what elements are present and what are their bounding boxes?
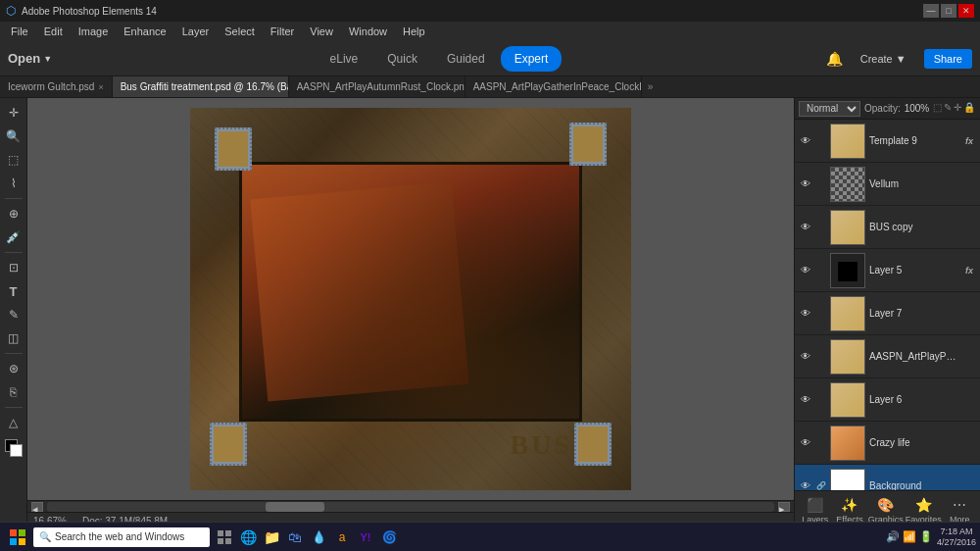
menu-item-file[interactable]: File <box>4 24 35 39</box>
background-color[interactable] <box>10 444 23 457</box>
lock-paint-icon[interactable]: ✎ <box>944 102 952 116</box>
layer-eye-5[interactable]: 👁 <box>799 350 812 364</box>
start-button[interactable] <box>4 526 31 548</box>
close-button[interactable]: ✕ <box>958 4 974 18</box>
layer-row-4[interactable]: 👁Layer 7 <box>795 292 980 335</box>
shape-tool[interactable]: △ <box>3 412 24 433</box>
bottom-tab-icon-4: ⋯ <box>953 497 966 513</box>
layer-row-3[interactable]: 👁Layer 5fx <box>795 249 980 292</box>
layer-link-2 <box>816 223 826 232</box>
menu-item-window[interactable]: Window <box>342 24 394 39</box>
taskbar-search-box[interactable]: 🔍 Search the web and Windows <box>33 527 210 547</box>
layer-fx-badge-0[interactable]: fx <box>962 134 976 148</box>
edge-browser-icon[interactable]: 🌐 <box>237 526 259 548</box>
eye-dropper-tool[interactable]: 💉 <box>3 226 24 248</box>
document-tab-2[interactable]: AASPN_ArtPlayAutumnRust_Clock.png× <box>289 76 466 97</box>
tool-separator-1 <box>5 198 23 199</box>
document-tab-1[interactable]: Bus Graffiti treatment.psd @ 16.7% (Back… <box>113 76 289 97</box>
layer-eye-4[interactable]: 👁 <box>799 307 812 321</box>
layer-eye-0[interactable]: 👁 <box>799 134 812 148</box>
right-panel: Normal Multiply Screen Overlay Opacity: … <box>794 98 980 529</box>
svg-rect-7 <box>225 538 231 544</box>
canvas-container[interactable]: BUS <box>27 98 794 500</box>
notification-icon[interactable]: 🔔 <box>826 51 843 67</box>
brush-tool[interactable]: ✎ <box>3 304 24 326</box>
layer-row-1[interactable]: 👁Vellum <box>795 163 980 206</box>
layer-row-2[interactable]: 👁BUS copy <box>795 206 980 249</box>
layer-fx-badge-3[interactable]: fx <box>962 264 976 277</box>
marquee-tool[interactable]: ⬚ <box>3 149 24 171</box>
menu-item-edit[interactable]: Edit <box>37 24 70 39</box>
layer-eye-7[interactable]: 👁 <box>799 436 812 450</box>
type-tool[interactable]: T <box>3 280 24 302</box>
minimize-button[interactable]: — <box>923 4 939 18</box>
open-button[interactable]: Open ▼ <box>8 51 52 66</box>
task-view-button[interactable] <box>214 526 235 548</box>
lock-all-icon[interactable]: 🔒 <box>963 102 975 116</box>
window-controls[interactable]: — □ ✕ <box>923 4 974 18</box>
layer-info-3: Layer 5 <box>869 265 958 276</box>
menu-item-enhance[interactable]: Enhance <box>117 24 172 39</box>
title-bar: ⬡ Adobe Photoshop Elements 14 — □ ✕ <box>0 0 980 22</box>
scroll-left-btn[interactable]: ◂ <box>31 502 43 512</box>
layer-eye-2[interactable]: 👁 <box>799 221 812 234</box>
maximize-button[interactable]: □ <box>941 4 956 18</box>
menu-item-filter[interactable]: Filter <box>264 24 301 39</box>
svg-rect-6 <box>218 538 223 544</box>
mode-tab-quick[interactable]: Quick <box>373 46 431 72</box>
lasso-tool[interactable]: ⌇ <box>3 173 24 194</box>
store-icon[interactable]: 🛍 <box>284 526 306 548</box>
layer-info-5: AASPN_ArtPlayPal... <box>869 351 958 362</box>
menu-bar: FileEditImageEnhanceLayerSelectFilterVie… <box>0 22 980 41</box>
lock-icons: ⬚ ✎ ✛ 🔒 🗑 <box>933 102 980 116</box>
layer-row-5[interactable]: 👁AASPN_ArtPlayPal... <box>795 335 980 378</box>
explorer-icon[interactable]: 📁 <box>261 526 282 548</box>
layer-row-7[interactable]: 👁Crazy life <box>795 422 980 465</box>
share-button[interactable]: Share <box>924 49 972 69</box>
horizontal-scrollbar[interactable] <box>47 502 774 512</box>
menu-item-view[interactable]: View <box>303 24 340 39</box>
mode-tab-elive[interactable]: eLive <box>317 46 372 72</box>
create-button[interactable]: Create ▼ <box>851 49 916 69</box>
crop-tool[interactable]: ⊡ <box>3 257 24 278</box>
menu-item-image[interactable]: Image <box>72 24 116 39</box>
layer-eye-1[interactable]: 👁 <box>799 177 812 191</box>
eraser-tool[interactable]: ◫ <box>3 327 24 349</box>
lock-move-icon[interactable]: ✛ <box>954 102 961 116</box>
layer-info-1: Vellum <box>869 178 958 189</box>
layers-options-bar: Normal Multiply Screen Overlay Opacity: … <box>795 98 980 120</box>
dropbox-icon[interactable]: 💧 <box>308 526 329 548</box>
layer-fx-badge-1 <box>962 177 976 191</box>
document-tab-3[interactable]: AASPN_ArtPlayGatherInPeace_ClockFa...× <box>466 76 642 97</box>
zoom-tool[interactable]: 🔍 <box>3 125 24 147</box>
lock-transparent-icon[interactable]: ⬚ <box>933 102 942 116</box>
yahoo-icon[interactable]: Y! <box>355 526 376 548</box>
mode-tab-guided[interactable]: Guided <box>433 46 499 72</box>
tab-close-0[interactable]: × <box>98 82 103 92</box>
windows-taskbar: 🔍 Search the web and Windows 🌐 📁 🛍 💧 a Y… <box>0 522 980 551</box>
layer-row-0[interactable]: 👁Template 9fx <box>795 120 980 163</box>
layer-name-4: Layer 7 <box>869 308 958 319</box>
clone-tool[interactable]: ⎘ <box>3 381 24 403</box>
title-left: ⬡ Adobe Photoshop Elements 14 <box>6 4 157 18</box>
mode-tab-expert[interactable]: Expert <box>501 46 563 72</box>
menu-item-layer[interactable]: Layer <box>175 24 217 39</box>
quick-selection-tool[interactable]: ⊕ <box>3 203 24 225</box>
layer-row-6[interactable]: 👁Layer 6 <box>795 378 980 422</box>
menu-item-help[interactable]: Help <box>396 24 432 39</box>
healing-tool[interactable]: ⊛ <box>3 358 24 379</box>
tab-overflow-btn[interactable]: » <box>642 76 660 97</box>
layer-eye-8[interactable]: 👁 <box>799 479 812 491</box>
another-icon[interactable]: 🌀 <box>378 526 400 548</box>
menu-item-select[interactable]: Select <box>218 24 262 39</box>
scrollbar-thumb[interactable] <box>266 502 324 512</box>
layer-eye-6[interactable]: 👁 <box>799 393 812 407</box>
amazon-icon[interactable]: a <box>331 526 353 548</box>
blend-mode-select[interactable]: Normal Multiply Screen Overlay <box>799 101 860 117</box>
document-tab-0[interactable]: Iceworm Gultch.psd× <box>0 76 113 97</box>
move-tool[interactable]: ✛ <box>3 102 24 124</box>
color-picker[interactable] <box>5 439 23 457</box>
layer-eye-3[interactable]: 👁 <box>799 264 812 277</box>
layer-row-8[interactable]: 👁🔗Background <box>795 465 980 490</box>
scroll-right-btn[interactable]: ▸ <box>778 502 790 512</box>
